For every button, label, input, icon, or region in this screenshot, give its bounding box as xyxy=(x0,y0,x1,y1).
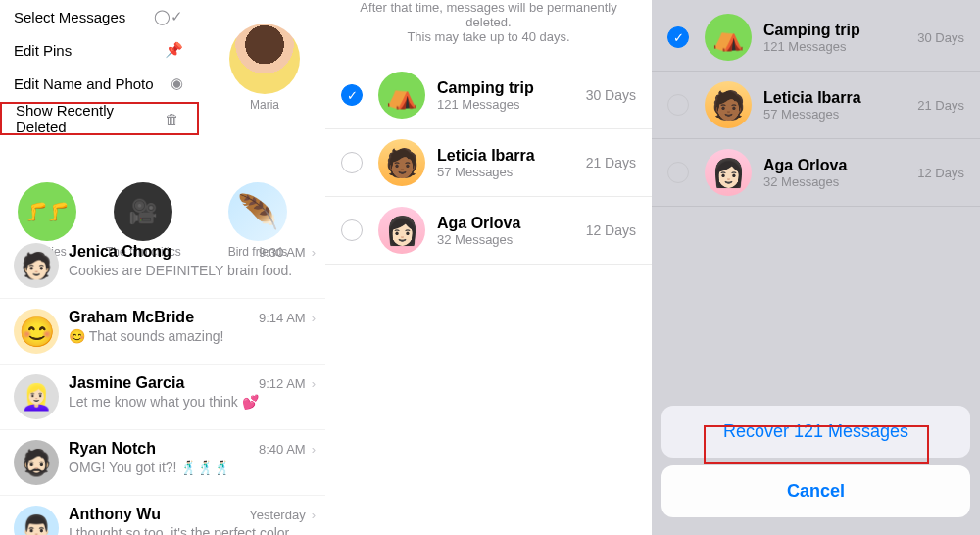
deleted-row: Aga Orlova 32 Messages 12 Days xyxy=(652,139,980,207)
deleted-row: Leticia Ibarra 57 Messages 21 Days xyxy=(652,72,980,139)
deleted-days: 12 Days xyxy=(586,222,636,238)
chat-name: Graham McBride xyxy=(69,309,255,326)
cancel-button[interactable]: Cancel xyxy=(662,465,970,517)
deleted-row[interactable]: Leticia Ibarra 57 Messages 21 Days xyxy=(325,129,652,197)
avatar xyxy=(378,72,425,119)
deleted-list-dimmed: ✓ Camping trip 121 Messages 30 Days Leti… xyxy=(652,0,980,207)
pin-maria[interactable]: Maria xyxy=(229,24,300,112)
conversation-row[interactable]: Anthony Wu Yesterday › I thought so too,… xyxy=(0,496,325,535)
pin-label: Maria xyxy=(229,98,300,112)
deleted-count: 121 Messages xyxy=(763,39,917,54)
chat-name: Ryan Notch xyxy=(69,440,255,458)
deleted-days: 21 Days xyxy=(586,155,636,170)
chat-time: 9:12 AM xyxy=(259,376,306,391)
avatar xyxy=(378,139,425,186)
conversation-list: Jenica Chong 9:30 AM › Cookies are DEFIN… xyxy=(0,233,325,535)
deleted-name: Camping trip xyxy=(763,22,917,39)
deleted-row[interactable]: ✓ Camping trip 121 Messages 30 Days xyxy=(325,62,652,129)
menu-label: Edit Pins xyxy=(14,42,72,59)
chat-preview: Cookies are DEFINITELY brain food. xyxy=(69,263,316,278)
recover-button[interactable]: Recover 121 Messages xyxy=(662,406,970,458)
deleted-days: 30 Days xyxy=(917,30,964,45)
deleted-days: 30 Days xyxy=(586,87,636,103)
chat-preview: Let me know what you think 💕 xyxy=(69,394,316,410)
chat-preview: OMG! You got it?! 🕺🏻🕺🏻🕺🏻 xyxy=(69,460,316,475)
avatar xyxy=(14,309,59,354)
avatar xyxy=(18,182,76,241)
chevron-right-icon: › xyxy=(312,245,316,260)
avatar xyxy=(705,14,752,61)
deleted-row: ✓ Camping trip 121 Messages 30 Days xyxy=(652,0,980,72)
menu-label: Show Recently Deleted xyxy=(16,102,165,135)
deleted-days: 12 Days xyxy=(917,166,964,180)
menu-edit-name-photo[interactable]: Edit Name and Photo ◉ xyxy=(0,67,201,100)
selection-checkbox: ✓ xyxy=(667,26,689,48)
chat-preview: 😊 That sounds amazing! xyxy=(69,328,316,344)
deleted-name: Aga Orlova xyxy=(437,215,586,232)
chat-name: Jenica Chong xyxy=(69,243,255,261)
checkmark-circle-icon: ◯✓ xyxy=(154,8,183,25)
deleted-count: 121 Messages xyxy=(437,97,586,112)
avatar xyxy=(228,182,287,241)
avatar xyxy=(14,374,59,419)
avatar xyxy=(378,207,425,254)
person-circle-icon: ◉ xyxy=(171,74,183,92)
avatar xyxy=(705,81,752,128)
avatar xyxy=(705,149,752,196)
chat-name: Anthony Wu xyxy=(69,506,245,523)
chat-name: Jasmine Garcia xyxy=(69,374,255,392)
chevron-right-icon: › xyxy=(312,311,316,325)
chat-time: Yesterday xyxy=(249,508,305,522)
pin-icon: 📌 xyxy=(165,41,183,59)
trash-icon: 🗑 xyxy=(165,111,179,127)
selection-checkbox[interactable] xyxy=(341,152,363,173)
deleted-days: 21 Days xyxy=(917,98,964,113)
deleted-count: 32 Messages xyxy=(437,232,586,247)
menu-edit-pins[interactable]: Edit Pins 📌 xyxy=(0,33,201,67)
avatar xyxy=(229,24,300,94)
deleted-name: Leticia Ibarra xyxy=(763,89,917,107)
chat-time: 9:14 AM xyxy=(259,311,306,325)
chat-time: 9:30 AM xyxy=(259,245,306,260)
selection-checkbox[interactable] xyxy=(341,219,363,241)
menu-label: Edit Name and Photo xyxy=(14,75,154,92)
menu-show-recently-deleted[interactable]: Show Recently Deleted 🗑 xyxy=(0,102,199,135)
chat-time: 8:40 AM xyxy=(259,442,306,457)
deleted-name: Aga Orlova xyxy=(763,157,917,174)
chevron-right-icon: › xyxy=(312,376,316,391)
conversation-row[interactable]: Graham McBride 9:14 AM › 😊 That sounds a… xyxy=(0,299,325,365)
recover-sheet-panel: ✓ Camping trip 121 Messages 30 Days Leti… xyxy=(652,0,980,535)
avatar xyxy=(114,182,172,241)
selection-checkbox xyxy=(667,94,689,116)
deleted-row[interactable]: Aga Orlova 32 Messages 12 Days xyxy=(325,197,652,265)
deleted-count: 57 Messages xyxy=(437,165,586,179)
deleted-count: 32 Messages xyxy=(763,174,917,189)
selection-checkbox[interactable]: ✓ xyxy=(341,84,363,106)
deleted-name: Camping trip xyxy=(437,79,586,97)
menu-label: Select Messages xyxy=(14,9,125,25)
avatar xyxy=(14,243,59,288)
menu-select-messages[interactable]: Select Messages ◯✓ xyxy=(0,0,201,33)
conversation-row[interactable]: Jenica Chong 9:30 AM › Cookies are DEFIN… xyxy=(0,233,325,299)
conversation-row[interactable]: Ryan Notch 8:40 AM › OMG! You got it?! 🕺… xyxy=(0,430,325,496)
messages-main-panel: Select Messages ◯✓ Edit Pins 📌 Edit Name… xyxy=(0,0,325,535)
deleted-name: Leticia Ibarra xyxy=(437,147,586,165)
selection-checkbox xyxy=(667,162,689,183)
deleted-count: 57 Messages xyxy=(763,107,917,122)
conversation-row[interactable]: Jasmine Garcia 9:12 AM › Let me know wha… xyxy=(0,365,325,430)
action-sheet: Recover 121 Messages Cancel xyxy=(652,396,980,535)
avatar xyxy=(14,506,59,535)
chevron-right-icon: › xyxy=(312,508,316,522)
chat-preview: I thought so too, it's the perfect color xyxy=(69,525,316,535)
chevron-right-icon: › xyxy=(312,442,316,457)
recently-deleted-panel: After that time, messages will be perman… xyxy=(325,0,652,535)
avatar xyxy=(14,440,59,485)
deletion-info-text: After that time, messages will be perman… xyxy=(325,0,652,62)
